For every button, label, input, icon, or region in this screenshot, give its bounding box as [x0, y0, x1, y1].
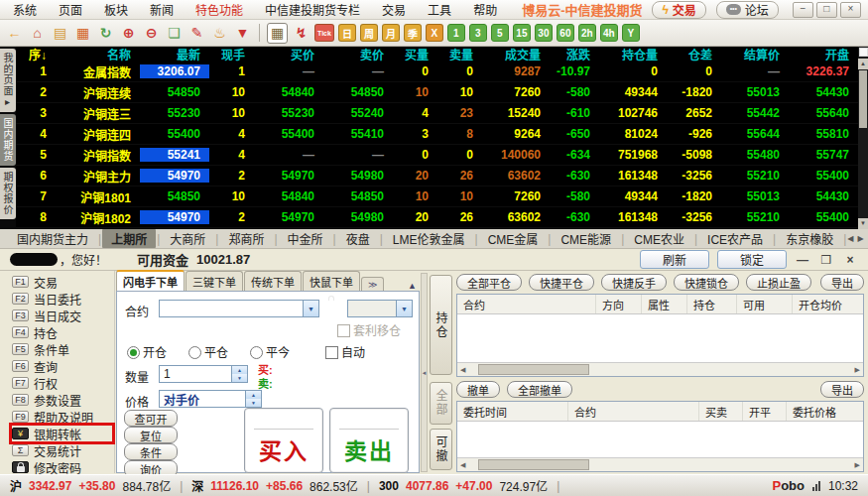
exchange-tab-5[interactable]: 夜盘	[337, 229, 379, 248]
menu-item-3[interactable]: 新闻	[139, 1, 185, 18]
maximize-button[interactable]: □	[816, 2, 837, 18]
spin-up-icon[interactable]: ▲	[232, 366, 247, 374]
quote-col-header-2[interactable]: 最新	[140, 47, 209, 62]
quote-col-header-11[interactable]: 仓差	[667, 47, 721, 62]
orders-hscrollbar[interactable]: ◀ ▶	[457, 457, 863, 471]
exchange-tab-3[interactable]: 郑商所	[219, 229, 273, 248]
orders-col-委托时间[interactable]: 委托时间	[457, 402, 568, 421]
checkbox-icon[interactable]	[325, 346, 338, 359]
period-button-月[interactable]: 月	[382, 24, 400, 42]
menu-item-修改密码[interactable]: 修改密码	[12, 459, 112, 475]
period-button-X[interactable]: X	[426, 24, 443, 42]
notes-icon[interactable]: ▤	[51, 24, 69, 43]
menu-item-7[interactable]: 工具	[417, 1, 462, 18]
minimize-button[interactable]: −	[793, 2, 813, 18]
quote-col-header-7[interactable]: 卖量	[437, 47, 482, 62]
positions-col-合约[interactable]: 合约	[457, 295, 596, 313]
chevron-down-icon[interactable]: ▼	[303, 301, 318, 316]
forum-button[interactable]: ••• 论坛	[716, 1, 779, 19]
quote-col-header-4[interactable]: 买价	[254, 47, 323, 62]
exchange-tab-10[interactable]: ICE农产品	[698, 229, 772, 248]
restore-window-icon[interactable]	[859, 48, 868, 57]
menu-item-行权[interactable]: F7行权	[12, 375, 112, 391]
interval-button-5[interactable]: 5	[491, 24, 509, 42]
exchange-tab-4[interactable]: 中金所	[279, 229, 332, 248]
chart-view-icon[interactable]: ↯	[292, 24, 310, 43]
interval-button-4h[interactable]: 4h	[600, 24, 618, 42]
positions-col-属性[interactable]: 属性	[642, 295, 687, 313]
button-全部平仓[interactable]: 全部平仓	[456, 274, 522, 291]
menu-item-当日成交[interactable]: F3当日成交	[12, 308, 112, 323]
button-快捷反手[interactable]: 快捷反手	[601, 274, 667, 291]
quote-row[interactable]: 7沪铜18015485010548405485010107260-5804934…	[16, 186, 858, 207]
quote-col-header-3[interactable]: 现手	[209, 47, 254, 62]
positions-col-可用[interactable]: 可用	[737, 295, 793, 313]
export-button[interactable]: 导出	[820, 274, 864, 291]
collapse-panel-icon[interactable]: ▲	[408, 281, 420, 291]
button-撤单[interactable]: 撤单	[456, 381, 500, 398]
menu-item-条件单[interactable]: F5条件单	[12, 341, 112, 357]
menu-item-交易统计[interactable]: Σ交易统计	[12, 442, 112, 458]
button-止损止盈[interactable]: 止损止盈	[746, 274, 811, 291]
alert-bell-icon[interactable]: ♨	[210, 24, 229, 43]
menu-item-当日委托[interactable]: F2当日委托	[12, 291, 112, 307]
panel-minimize-button[interactable]: —	[795, 253, 810, 267]
quote-row[interactable]: 8沪铜18025497025497054980202663602-6301613…	[16, 207, 858, 228]
exchange-tab-9[interactable]: CME农业	[625, 229, 693, 248]
order-tab-2[interactable]: 传统下单	[244, 271, 302, 291]
quick-trade-button[interactable]: ϟ 交易	[652, 1, 705, 19]
quote-col-header-5[interactable]: 卖价	[323, 47, 393, 62]
menu-item-参数设置[interactable]: F8参数设置	[12, 392, 112, 408]
exchange-tab-6[interactable]: LME伦敦金属	[384, 229, 474, 248]
side-tab-2[interactable]: 期权报价	[0, 168, 16, 219]
lock-button[interactable]: 锁定	[717, 250, 787, 269]
scroll-up-icon[interactable]: ▲	[858, 59, 868, 69]
exchange-tab-11[interactable]: 东京橡胶	[777, 229, 842, 248]
quote-scrollbar[interactable]: ▲ ▼	[858, 47, 868, 229]
refresh-button[interactable]: 刷新	[640, 250, 709, 269]
quote-col-header-6[interactable]: 买量	[393, 47, 437, 62]
scroll-thumb[interactable]	[478, 364, 589, 375]
close-radio[interactable]: 平仓	[188, 343, 228, 360]
exchange-tab-1[interactable]: 上期所	[102, 229, 156, 248]
tab-scroll-left-icon[interactable]: ◀	[847, 234, 853, 243]
panel-splitter[interactable]: ◂	[421, 273, 428, 472]
menu-item-5[interactable]: 中信建投期货专栏	[254, 1, 371, 18]
export-button[interactable]: 导出	[820, 381, 864, 398]
radio-selected-icon[interactable]	[127, 346, 140, 359]
positions-col-方向[interactable]: 方向	[596, 295, 642, 313]
exchange-tab-0[interactable]: 国内期货主力	[8, 229, 97, 248]
interval-button-2h[interactable]: 2h	[578, 24, 596, 42]
quote-col-header-1[interactable]: 名称	[56, 47, 140, 62]
period-button-季[interactable]: 季	[404, 24, 422, 42]
action-button-复位[interactable]: 复位	[124, 427, 178, 443]
scroll-left-icon[interactable]: ◀	[457, 366, 468, 374]
interval-button-15[interactable]: 15	[513, 24, 531, 42]
interval-button-Y[interactable]: Y	[622, 24, 640, 42]
order-tab-3[interactable]: 快鼠下单	[303, 271, 360, 291]
interval-button-30[interactable]: 30	[535, 24, 553, 42]
orders-col-合约[interactable]: 合约	[568, 402, 699, 421]
quote-row[interactable]: 2沪铜连续5485010548405485010107260-58049344-…	[16, 82, 858, 103]
menu-item-8[interactable]: 帮助	[462, 1, 508, 18]
quote-col-header-0[interactable]: 序↓	[16, 47, 56, 62]
order-tab-1[interactable]: 三键下单	[186, 271, 243, 291]
spin-up-icon[interactable]: ▲	[246, 391, 261, 399]
tab-positions[interactable]: 持仓	[430, 275, 452, 375]
filter-funnel-icon[interactable]: ▼	[233, 24, 252, 43]
menu-item-帮助及说明[interactable]: F9帮助及说明	[12, 409, 112, 425]
chevron-down-icon[interactable]: ▼	[396, 301, 412, 316]
panel-restore-button[interactable]: ❒	[818, 253, 834, 267]
grid-view-icon[interactable]: ▦	[267, 23, 288, 44]
tab-可撤[interactable]: 可撤	[430, 429, 452, 471]
menu-item-查询[interactable]: F6查询	[12, 358, 112, 374]
panel-close-button[interactable]: ×	[842, 253, 858, 267]
quote-col-header-13[interactable]: 开盘	[789, 47, 858, 62]
scroll-right-icon[interactable]: ▶	[852, 366, 863, 374]
quote-col-header-8[interactable]: 成交量	[482, 47, 550, 62]
calendar-icon[interactable]: ▦	[73, 24, 92, 43]
scroll-left-icon[interactable]: ◀	[457, 461, 468, 469]
scroll-thumb[interactable]	[859, 70, 867, 128]
menu-item-1[interactable]: 页面	[48, 1, 93, 18]
menu-item-银期转帐[interactable]: ¥银期转帐	[12, 426, 112, 441]
